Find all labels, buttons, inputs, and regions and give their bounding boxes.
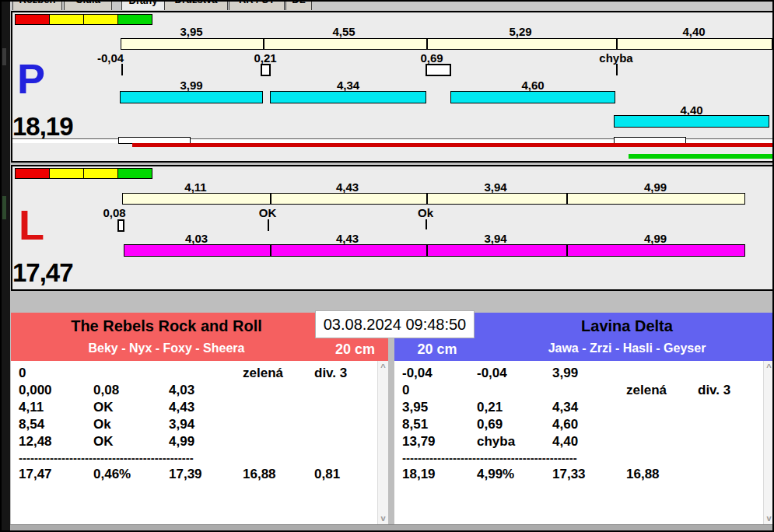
table-summary-row: 17,47 0,46% 17,39 16,88 0,81 xyxy=(19,467,376,484)
lane-p-split-bar xyxy=(121,38,772,50)
scroll-down-icon[interactable]: v xyxy=(378,513,388,523)
lane-p-mark-label: 0,21 xyxy=(254,51,276,65)
results-left-table[interactable]: 0 zelená div. 3 0,000 0,08 4,03 4,11 OK … xyxy=(11,361,388,524)
lane-p-split-label: 3,95 xyxy=(121,25,262,37)
table-row: 0,000 0,08 4,03 xyxy=(19,383,376,400)
lane-l-dog-bar xyxy=(124,244,745,257)
lane-p-dog-bar-2 xyxy=(270,91,426,103)
lane-p-split-label: 4,55 xyxy=(262,25,426,37)
cell: div. 3 xyxy=(698,383,762,400)
cell: 16,88 xyxy=(626,467,698,484)
cell: zelená xyxy=(243,366,314,383)
team-left-dogs: Beky - Nyx - Foxy - Sheera xyxy=(11,341,322,355)
table-row: 0 zelená div. 3 xyxy=(402,383,762,400)
lane-l-split-label: 3,94 xyxy=(426,180,566,193)
legend-green-block xyxy=(117,14,152,25)
cell: 0,69 xyxy=(477,417,552,434)
cell: 3,95 xyxy=(402,400,477,417)
lane-p-legend xyxy=(16,14,152,25)
cell xyxy=(477,383,552,400)
lane-p-mark-label: 0,69 xyxy=(420,51,443,65)
lane-l-panel: 4,11 4,43 3,94 4,99 0,08 OK Ok 4,03 4,43… xyxy=(11,165,774,291)
cell: zelená xyxy=(626,383,698,400)
tab-cidla[interactable]: Čidla xyxy=(64,2,112,10)
cell: 4,99% xyxy=(477,467,552,484)
scroll-up-icon[interactable]: ^ xyxy=(378,362,388,372)
lane-l-total-time: 17,47 xyxy=(12,258,73,288)
cell: 0,46% xyxy=(93,467,169,484)
cell xyxy=(626,417,698,434)
cell: div. 3 xyxy=(314,366,376,383)
cell: 0,08 xyxy=(93,383,169,400)
tab-druzstva[interactable]: Družstva xyxy=(164,2,228,10)
cell: -0,04 xyxy=(477,366,552,383)
cell xyxy=(243,434,314,451)
lane-l-split-label: 4,99 xyxy=(566,180,745,193)
cell xyxy=(243,417,314,434)
cell xyxy=(169,366,243,383)
app-window: Rozběh Čidla Dráhy Družstva RR / ST DL 3… xyxy=(0,0,774,532)
lane-l-mark-label: 0,08 xyxy=(103,206,125,219)
lane-l-letter: L xyxy=(19,204,44,246)
table-row: 3,95 0,21 4,34 xyxy=(402,400,762,417)
tab-bar: Rozběh Čidla Dráhy Družstva RR / ST DL xyxy=(10,2,772,10)
cell xyxy=(314,400,376,417)
tab-dl[interactable]: DL xyxy=(285,2,312,10)
lane-l-dog-label: 4,99 xyxy=(566,232,745,244)
cell: 8,54 xyxy=(19,417,93,434)
cell: 4,11 xyxy=(19,400,93,417)
scroll-down-icon[interactable]: v xyxy=(764,513,774,523)
table-row: 8,51 0,69 4,60 xyxy=(402,417,762,434)
cell xyxy=(698,417,762,434)
lane-l-mark-label: Ok xyxy=(418,206,433,219)
cell: 17,33 xyxy=(552,467,626,484)
lane-p-dog-bar-3 xyxy=(450,91,615,103)
team-right-name: Lavina Delta xyxy=(480,317,774,335)
legend-red-block xyxy=(15,14,50,25)
tab-rozbeh[interactable]: Rozběh xyxy=(12,2,62,10)
tab-rr-st[interactable]: RR / ST xyxy=(229,2,285,10)
lane-p-dog-label: 4,40 xyxy=(614,103,769,116)
table-row: 0 zelená div. 3 xyxy=(19,366,376,383)
legend-yellow-block xyxy=(83,168,118,179)
lane-l-legend xyxy=(16,168,152,179)
scrollbar[interactable]: ^ v xyxy=(763,361,774,524)
cell: 3,94 xyxy=(169,417,243,434)
legend-yellow-block xyxy=(49,168,84,179)
lane-p-split-label: 5,29 xyxy=(426,25,615,37)
cell xyxy=(698,467,762,484)
lane-p-panel: 3,95 4,55 5,29 4,40 -0,04 0,21 0,69 chyb… xyxy=(11,11,774,163)
lane-p-dog-label: 4,34 xyxy=(270,79,426,91)
scrollbar[interactable]: ^ v xyxy=(377,361,388,524)
lane-l-dog-label: 4,43 xyxy=(269,232,426,244)
tab-drahy[interactable]: Dráhy xyxy=(121,2,165,10)
cell xyxy=(552,383,626,400)
table-separator: ----------------------------------------… xyxy=(19,451,238,462)
lane-p-mark-box xyxy=(261,64,271,76)
cell: 13,79 xyxy=(402,434,477,451)
desktop-edge xyxy=(2,2,10,530)
cell: 3,99 xyxy=(552,366,626,383)
lane-p-dog-bar-4 xyxy=(614,115,769,128)
lane-p-dog-label: 4,60 xyxy=(450,79,615,91)
legend-green-block xyxy=(117,168,152,179)
lane-p-dog-label: 3,99 xyxy=(120,79,263,91)
scroll-up-icon[interactable]: ^ xyxy=(764,362,774,372)
cell: OK xyxy=(93,434,169,451)
cell: OK xyxy=(93,400,169,417)
cell: 0,000 xyxy=(19,383,93,400)
cell xyxy=(698,366,762,383)
lane-p-mark-tick xyxy=(121,64,123,75)
lane-l-mark-box xyxy=(117,219,124,232)
legend-red-block xyxy=(15,168,50,179)
table-row: 8,54 Ok 3,94 xyxy=(19,417,376,434)
cell: 12,48 xyxy=(19,434,93,451)
cell xyxy=(626,434,698,451)
results-right-table[interactable]: -0,04 -0,04 3,99 0 zelená div. 3 3,95 0,… xyxy=(394,361,774,524)
cell xyxy=(626,400,698,417)
legend-yellow-block xyxy=(49,14,84,25)
table-summary-row: 18,19 4,99% 17,33 16,88 xyxy=(402,467,762,484)
cell: Ok xyxy=(93,417,169,434)
cell: 0 xyxy=(402,383,477,400)
cell: 4,60 xyxy=(552,417,626,434)
